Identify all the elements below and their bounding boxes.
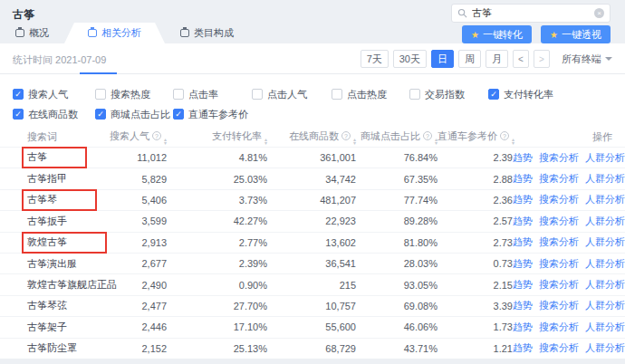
metric-filter-item[interactable]: ✓点击热度 bbox=[332, 88, 409, 101]
info-icon[interactable]: ? bbox=[500, 131, 509, 140]
keyword-text[interactable]: 古筝琴弦 bbox=[27, 300, 67, 311]
column-header-label[interactable]: 在线商品数 bbox=[289, 130, 339, 141]
trend-link[interactable]: 趋势 bbox=[513, 341, 533, 355]
table-row: 古筝琴弦2,47727.70%10,75769.08%3.39趋势搜索分析人群分… bbox=[0, 295, 625, 316]
search-analysis-link[interactable]: 搜索分析 bbox=[539, 299, 579, 312]
trend-link[interactable]: 趋势 bbox=[513, 172, 533, 186]
keyword-cell: 古筝指甲 bbox=[13, 172, 103, 186]
info-icon[interactable]: ? bbox=[341, 131, 351, 140]
column-header-label[interactable]: 商城点击占比 bbox=[361, 130, 420, 141]
button-label: 一键转化 bbox=[483, 28, 523, 42]
range-button-7天[interactable]: 7天 bbox=[361, 50, 389, 68]
one-click-perspective-button[interactable]: ★ 一键透视 bbox=[541, 25, 611, 43]
row-actions: 趋势搜索分析人群分析 bbox=[513, 215, 625, 228]
trend-link[interactable]: 趋势 bbox=[513, 321, 533, 334]
checkbox-icon[interactable]: ✓ bbox=[173, 89, 184, 100]
table-body: 古筝11,0124.81%361,00176.84%2.39趋势搜索分析人群分析… bbox=[0, 147, 625, 359]
trend-link[interactable]: 趋势 bbox=[513, 235, 533, 249]
search-analysis-link[interactable]: 搜索分析 bbox=[539, 151, 579, 165]
column-header-label[interactable]: 支付转化率 bbox=[212, 130, 262, 141]
range-button-30天[interactable]: 30天 bbox=[393, 50, 427, 68]
tab-related-analysis[interactable]: 相关分析 bbox=[64, 23, 165, 43]
tab-overview[interactable]: 概况 bbox=[0, 23, 64, 43]
clear-search-icon[interactable]: × bbox=[594, 8, 604, 18]
info-icon[interactable]: ? bbox=[152, 131, 161, 140]
metric-filter-item[interactable]: ✓搜索热度 bbox=[95, 88, 173, 101]
tab-label: 类目构成 bbox=[194, 26, 234, 40]
table-row: 敦煌古筝旗舰店正品2,4900.90%21593.05%2.15趋势搜索分析人群… bbox=[0, 273, 625, 294]
checkbox-icon[interactable]: ✓ bbox=[252, 89, 263, 100]
next-page-button[interactable]: > bbox=[534, 50, 550, 68]
tab-category-composition[interactable]: 类目构成 bbox=[165, 23, 249, 43]
crowd-analysis-link[interactable]: 人群分析 bbox=[585, 341, 625, 355]
trend-link[interactable]: 趋势 bbox=[513, 278, 533, 292]
keyword-highlight-box[interactable]: 敦煌古筝 bbox=[22, 232, 107, 254]
search-popularity-cell: 2,477 bbox=[103, 301, 167, 311]
trend-link[interactable]: 趋势 bbox=[513, 193, 533, 206]
keyword-search-box[interactable]: × bbox=[451, 4, 611, 23]
crowd-analysis-link[interactable]: 人群分析 bbox=[585, 278, 625, 292]
column-header-label[interactable]: 直通车参考价 bbox=[438, 130, 497, 141]
metric-filter-item[interactable]: ✓在线商品数 bbox=[13, 108, 95, 121]
trend-link[interactable]: 趋势 bbox=[513, 215, 533, 228]
terminal-dropdown[interactable]: 所有终端 bbox=[562, 53, 612, 66]
metric-filter-item[interactable]: ✓商城点击占比 bbox=[95, 108, 173, 121]
keyword-text[interactable]: 古筝防尘罩 bbox=[27, 342, 77, 353]
keyword-text[interactable]: 古筝架子 bbox=[27, 321, 67, 332]
checkbox-checked-icon[interactable]: ✓ bbox=[95, 109, 106, 120]
trend-link[interactable]: 趋势 bbox=[513, 257, 533, 271]
trend-link[interactable]: 趋势 bbox=[513, 299, 533, 312]
search-analysis-link[interactable]: 搜索分析 bbox=[539, 341, 579, 355]
checkbox-checked-icon[interactable]: ✓ bbox=[13, 89, 24, 100]
crowd-analysis-link[interactable]: 人群分析 bbox=[585, 193, 625, 206]
row-actions: 趋势搜索分析人群分析 bbox=[513, 299, 625, 312]
keyword-text[interactable]: 古筝演出服 bbox=[27, 258, 77, 269]
metric-filter-item[interactable]: ✓点击人气 bbox=[252, 88, 332, 101]
keyword-highlight-box[interactable]: 古筝 bbox=[22, 147, 87, 168]
crowd-analysis-link[interactable]: 人群分析 bbox=[585, 172, 625, 186]
search-analysis-link[interactable]: 搜索分析 bbox=[539, 257, 579, 271]
online-products-cell: 22,923 bbox=[267, 216, 356, 226]
checkbox-icon[interactable]: ✓ bbox=[332, 89, 342, 100]
search-analysis-link[interactable]: 搜索分析 bbox=[539, 321, 579, 334]
trend-link[interactable]: 趋势 bbox=[513, 151, 533, 165]
crowd-analysis-link[interactable]: 人群分析 bbox=[585, 215, 625, 228]
metric-filter-item[interactable]: ✓点击率 bbox=[173, 88, 252, 101]
metric-filter-item[interactable]: ✓直通车参考价 bbox=[173, 108, 252, 121]
search-popularity-cell: 2,677 bbox=[103, 258, 167, 269]
checkbox-checked-icon[interactable]: ✓ bbox=[173, 109, 184, 120]
search-analysis-link[interactable]: 搜索分析 bbox=[539, 215, 579, 228]
crowd-analysis-link[interactable]: 人群分析 bbox=[585, 151, 625, 165]
keyword-text[interactable]: 古筝指甲 bbox=[27, 173, 67, 184]
clipboard-icon bbox=[15, 29, 24, 37]
metric-filter-item[interactable]: ✓搜索人气 bbox=[13, 88, 95, 101]
column-header-label[interactable]: 搜索人气 bbox=[110, 130, 149, 141]
prev-page-button[interactable]: < bbox=[513, 50, 529, 68]
checkbox-checked-icon[interactable]: ✓ bbox=[488, 89, 499, 100]
pay-conversion-cell: 3.73% bbox=[167, 195, 267, 206]
crowd-analysis-link[interactable]: 人群分析 bbox=[585, 257, 625, 271]
search-analysis-link[interactable]: 搜索分析 bbox=[539, 172, 579, 186]
search-analysis-link[interactable]: 搜索分析 bbox=[539, 235, 579, 249]
search-analysis-link[interactable]: 搜索分析 bbox=[539, 193, 579, 206]
ppc-reference-price-cell: 2.88 bbox=[438, 174, 513, 185]
metric-filter-item[interactable]: ✓交易指数 bbox=[409, 88, 488, 101]
keyword-highlight-box[interactable]: 古筝琴 bbox=[22, 189, 97, 211]
crowd-analysis-link[interactable]: 人群分析 bbox=[585, 235, 625, 249]
search-analysis-link[interactable]: 搜索分析 bbox=[539, 278, 579, 292]
range-button-月[interactable]: 月 bbox=[486, 50, 508, 68]
checkbox-icon[interactable]: ✓ bbox=[409, 89, 420, 100]
metric-filter-item[interactable]: ✓支付转化率 bbox=[488, 88, 625, 101]
search-input[interactable] bbox=[472, 8, 590, 19]
range-button-日[interactable]: 日 bbox=[431, 50, 454, 68]
row-actions: 趋势搜索分析人群分析 bbox=[513, 235, 625, 249]
checkbox-checked-icon[interactable]: ✓ bbox=[13, 109, 24, 120]
crowd-analysis-link[interactable]: 人群分析 bbox=[585, 299, 625, 312]
info-icon[interactable]: ? bbox=[423, 131, 432, 140]
crowd-analysis-link[interactable]: 人群分析 bbox=[585, 321, 625, 334]
checkbox-icon[interactable]: ✓ bbox=[95, 89, 106, 100]
keyword-text[interactable]: 古筝扳手 bbox=[27, 216, 67, 226]
one-click-convert-button[interactable]: ★ 一键转化 bbox=[462, 25, 532, 43]
range-button-周[interactable]: 周 bbox=[458, 50, 481, 68]
pay-conversion-cell: 0.90% bbox=[167, 280, 267, 291]
